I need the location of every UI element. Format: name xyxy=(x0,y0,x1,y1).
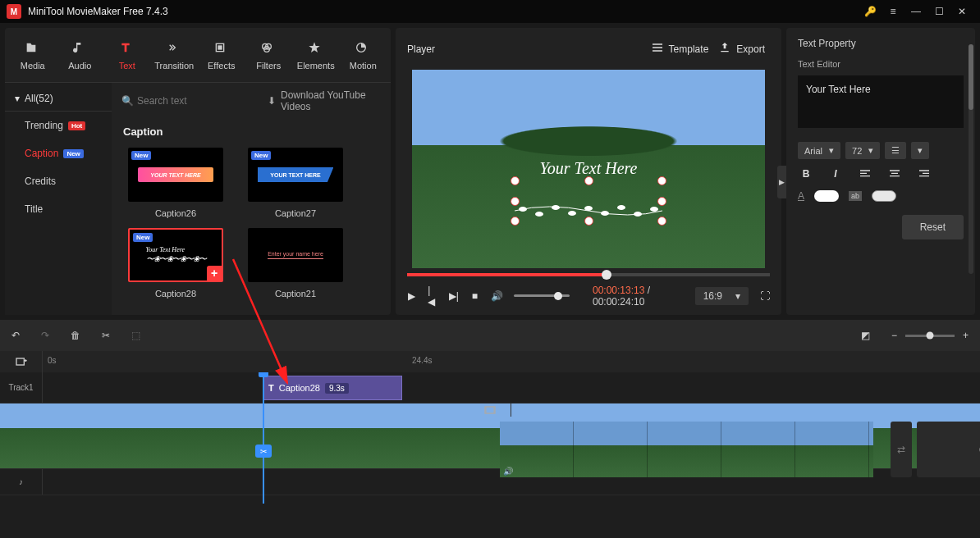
menu-icon[interactable]: ≡ xyxy=(882,0,904,23)
property-scrollbar[interactable] xyxy=(969,44,973,274)
video-preview[interactable]: Your Text Here xyxy=(412,70,765,268)
tab-label: Transition xyxy=(154,61,194,71)
thumbnail[interactable]: NewYour Text Here〜❀〜❀〜❀〜❀〜+ xyxy=(128,228,223,282)
zoom-in-button[interactable]: + xyxy=(963,330,969,341)
template-button[interactable]: Template xyxy=(646,38,714,60)
tab-transition[interactable]: Transition xyxy=(152,34,198,77)
gallery-item-caption27[interactable]: NewYOUR TEXT HERECaption27 xyxy=(248,148,343,218)
library-panel: MediaAudioTextTransitionEffectsFiltersEl… xyxy=(5,28,391,315)
category-credits[interactable]: Credits xyxy=(5,167,112,195)
gallery-item-caption28[interactable]: NewYour Text Here〜❀〜❀〜❀〜❀〜+Caption28 xyxy=(128,228,223,299)
tab-label: Media xyxy=(21,61,45,71)
effects-icon xyxy=(213,41,230,57)
player-panel: Player Template Export xyxy=(396,28,781,315)
playhead-split-icon[interactable]: ✂ xyxy=(255,445,272,458)
tab-audio[interactable]: Audio xyxy=(57,34,103,77)
filters-icon xyxy=(260,41,277,57)
search-placeholder: Search text xyxy=(137,95,187,107)
delete-button[interactable]: 🗑 xyxy=(71,330,80,341)
tab-text[interactable]: Text xyxy=(104,34,150,77)
bold-button[interactable]: B xyxy=(798,167,814,180)
aspect-ratio-select[interactable]: 16:9▾ xyxy=(695,287,749,305)
align-left-button[interactable] xyxy=(857,167,873,180)
tab-filters[interactable]: Filters xyxy=(246,34,292,77)
time-ruler[interactable]: 0s24.4s xyxy=(43,351,980,372)
volume-icon[interactable]: 🔊 xyxy=(491,290,502,302)
preview-text-overlay[interactable]: Your Text Here xyxy=(540,159,638,178)
text-property-title: Text Property xyxy=(786,28,975,59)
search-icon: 🔍 xyxy=(121,95,134,107)
main-toolbar: MediaAudioTextTransitionEffectsFiltersEl… xyxy=(5,28,391,82)
playhead[interactable]: ✂ xyxy=(263,372,264,504)
stop-button[interactable]: ■ xyxy=(470,290,479,302)
search-input[interactable]: 🔍 Search text xyxy=(121,95,261,107)
category-trending[interactable]: TrendingHot xyxy=(5,112,112,139)
category-title[interactable]: Title xyxy=(5,195,112,223)
audio-track-icon: ♪ xyxy=(0,469,43,495)
hot-badge: Hot xyxy=(68,121,85,130)
export-icon xyxy=(718,41,731,57)
text-content-input[interactable] xyxy=(798,75,964,128)
category-label: Credits xyxy=(25,176,56,187)
prev-frame-button[interactable]: |◀ xyxy=(428,285,437,308)
marker-icon[interactable]: ◩ xyxy=(861,330,870,341)
tab-motion[interactable]: Motion xyxy=(341,34,387,77)
motion-icon xyxy=(355,41,371,57)
more-options-button[interactable]: ▾ xyxy=(911,142,929,159)
seek-bar[interactable] xyxy=(407,273,770,276)
ruler-tick: 24.4s xyxy=(412,356,432,365)
redo-button[interactable]: ↷ xyxy=(41,330,49,341)
transition-icon xyxy=(166,41,182,57)
font-family-select[interactable]: Arial▾ xyxy=(798,142,840,159)
text-color-swatch[interactable] xyxy=(814,190,839,202)
expand-panel-button[interactable]: ▶ xyxy=(777,166,786,198)
crop-button[interactable]: ⬚ xyxy=(131,330,140,341)
zoom-slider[interactable] xyxy=(905,335,955,337)
line-spacing-button[interactable]: ☰ xyxy=(885,142,906,159)
thumbnail[interactable]: NewYOUR TEXT HERE xyxy=(128,148,223,202)
bg-color-swatch[interactable] xyxy=(872,190,896,202)
category-all[interactable]: ▾ All(52) xyxy=(5,86,112,112)
gallery-item-caption26[interactable]: NewYOUR TEXT HERECaption26 xyxy=(128,148,223,218)
category-caption[interactable]: CaptionNew xyxy=(5,139,112,167)
download-icon: ⬇ xyxy=(268,95,276,107)
add-track-button[interactable] xyxy=(0,351,43,372)
italic-button[interactable]: I xyxy=(827,167,844,180)
zoom-out-button[interactable]: − xyxy=(891,330,897,341)
export-button[interactable]: Export xyxy=(713,38,770,60)
text-clip[interactable]: TCaption289.3s xyxy=(263,376,402,400)
svg-point-12 xyxy=(617,205,625,210)
tab-elements[interactable]: Elements xyxy=(293,34,339,77)
thumbnail[interactable]: NewYOUR TEXT HERE xyxy=(248,148,343,202)
align-right-button[interactable] xyxy=(916,167,932,180)
split-button[interactable]: ✂ xyxy=(102,330,110,341)
svg-point-8 xyxy=(552,205,560,210)
media-icon xyxy=(25,41,41,57)
fullscreen-button[interactable]: ⛶ xyxy=(760,290,770,302)
download-youtube-button[interactable]: ⬇ Download YouTube Videos xyxy=(268,89,381,112)
tab-label: Audio xyxy=(68,61,91,71)
maximize-button[interactable]: ☐ xyxy=(927,0,950,23)
thumbnail[interactable]: Enter your name here xyxy=(248,228,343,282)
volume-slider[interactable] xyxy=(514,294,570,297)
svg-rect-1 xyxy=(218,45,222,49)
new-badge: New xyxy=(63,149,83,158)
add-button[interactable]: + xyxy=(207,266,222,280)
tab-effects[interactable]: Effects xyxy=(199,34,245,77)
next-frame-button[interactable]: ▶| xyxy=(449,290,459,302)
app-title: MiniTool MovieMaker Free 7.4.3 xyxy=(28,6,168,17)
undo-button[interactable]: ↶ xyxy=(11,330,20,341)
svg-point-13 xyxy=(634,212,642,217)
vine-decoration-icon xyxy=(506,201,671,221)
minimize-button[interactable]: — xyxy=(904,0,927,23)
align-center-button[interactable] xyxy=(886,167,903,180)
license-key-icon[interactable]: 🔑 xyxy=(859,0,882,23)
svg-point-9 xyxy=(568,211,576,216)
play-button[interactable]: ▶ xyxy=(407,290,416,302)
reset-button[interactable]: Reset xyxy=(902,215,964,239)
font-size-select[interactable]: 72▾ xyxy=(845,142,880,159)
gallery-item-caption21[interactable]: Enter your name hereCaption21 xyxy=(248,228,343,299)
video-track: 🔊⇄⊕⇄⇄⇄⇄⇄ xyxy=(0,404,980,469)
close-button[interactable]: ✕ xyxy=(950,0,973,23)
tab-media[interactable]: Media xyxy=(10,34,56,77)
